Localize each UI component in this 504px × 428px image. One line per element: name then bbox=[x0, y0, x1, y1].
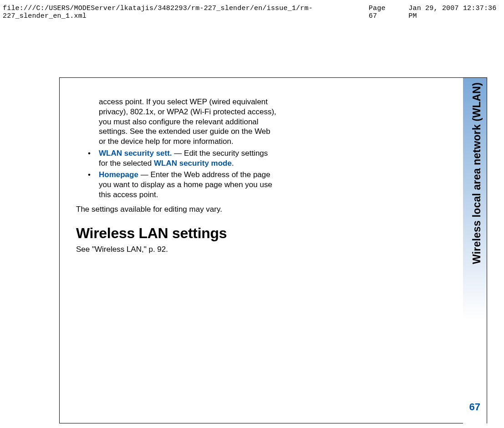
page-frame: Wireless local area network (WLAN) 67 ac… bbox=[59, 77, 487, 423]
term-link: Homepage bbox=[99, 170, 138, 179]
section-heading: Wireless LAN settings bbox=[76, 224, 276, 243]
closing-paragraph: The settings available for editing may v… bbox=[76, 204, 276, 214]
term-link: WLAN security sett. bbox=[99, 149, 172, 158]
bullet-text-post: . bbox=[232, 159, 234, 168]
see-reference: See "Wireless LAN," p. 92. bbox=[76, 245, 276, 255]
page-label: Page 67 bbox=[369, 5, 396, 20]
separator: — bbox=[138, 170, 150, 179]
separator: — bbox=[172, 149, 184, 158]
content-column: access point. If you select WEP (wired e… bbox=[76, 97, 276, 255]
timestamp: Jan 29, 2007 12:37:36 PM bbox=[408, 5, 501, 20]
paragraph-continuation: access point. If you select WEP (wired e… bbox=[99, 97, 276, 147]
file-path: file:///C:/USERS/MODEServer/lkatajis/348… bbox=[3, 5, 369, 20]
inline-term-link: WLAN security mode bbox=[154, 159, 232, 168]
list-item: WLAN security sett. — Edit the security … bbox=[88, 148, 276, 168]
print-header: file:///C:/USERS/MODEServer/lkatajis/348… bbox=[0, 0, 504, 20]
section-side-label: Wireless local area network (WLAN) bbox=[471, 82, 483, 264]
page-number: 67 bbox=[469, 401, 480, 413]
list-item: Homepage — Enter the Web address of the … bbox=[88, 170, 276, 199]
bullet-list: WLAN security sett. — Edit the security … bbox=[88, 148, 276, 200]
